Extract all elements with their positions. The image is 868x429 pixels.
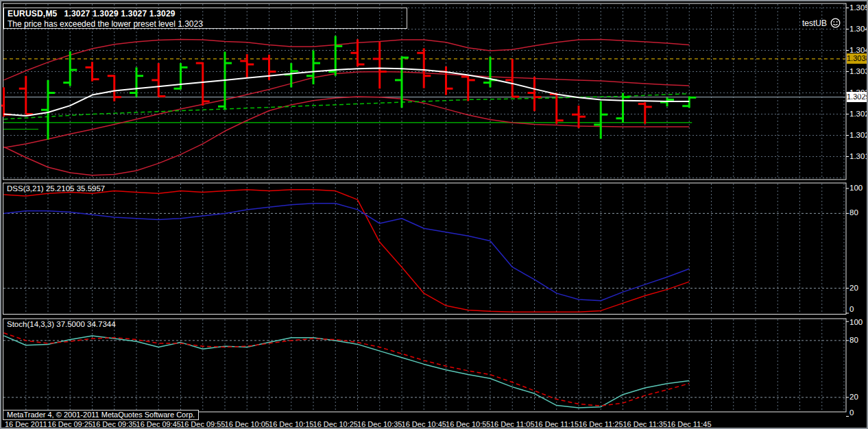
panel-frame (3, 183, 847, 315)
alert-message: The price has exceeded the lower preset … (8, 19, 407, 29)
band-upper (4, 39, 690, 80)
band-lower (4, 97, 690, 175)
dss-signal-red (4, 190, 690, 312)
ma-white (4, 69, 690, 117)
stoch-scale-label: 100 (849, 318, 863, 326)
chart-canvas[interactable] (1, 1, 867, 428)
time-axis-label: 16 Dec 11:45 (658, 420, 720, 428)
dss-scale-label: 0 (849, 305, 854, 313)
panel-frame (3, 319, 847, 412)
price-axis-label: 1.3015 (849, 152, 868, 160)
smiley-icon (830, 18, 841, 28)
dss-scale-label: 20 (849, 284, 858, 292)
dss-scale-label: 100 (849, 184, 863, 192)
ea-name: testUB (802, 19, 827, 28)
symbol-period: EURUSD,M5 (8, 9, 57, 19)
price-axis-label: 1.3025 (849, 110, 868, 118)
ohlc-bars[interactable] (1, 36, 696, 139)
price-axis-label: 1.3040 (849, 46, 868, 54)
stoch-main-teal (4, 336, 690, 408)
stoch-scale-label: 20 (849, 393, 858, 401)
ohlc-values: 1.3027 1.3029 1.3027 1.3029 (64, 9, 175, 19)
stoch-scale-label: 80 (849, 336, 858, 344)
price-axis-label: 1.3030 (849, 88, 868, 97)
stoch-signal-red (4, 333, 690, 406)
price-axis-label: 1.3035 (849, 67, 868, 75)
price-axis-label: 1.3050 (849, 3, 868, 12)
mt4-chart-window: EURUSD,M51.3027 1.3029 1.3027 1.3029 The… (0, 0, 868, 429)
band-middle (4, 72, 690, 148)
quote-alert-box: EURUSD,M51.3027 1.3029 1.3027 1.3029 The… (3, 8, 407, 29)
dss-indicator-label: DSS(3,21) 25.2105 35.5957 (7, 184, 105, 193)
ea-badge: testUB (802, 18, 841, 28)
price-axis-label: 1.3020 (849, 131, 868, 139)
dss-main-blue (4, 204, 690, 301)
stoch-indicator-label: Stoch(14,3,3) 37.5000 34.7344 (7, 320, 116, 328)
stoch-scale-label: 0 (849, 408, 854, 417)
panel-frame (3, 3, 847, 180)
dss-scale-label: 80 (849, 208, 858, 217)
symbol-ohlc-readout: EURUSD,M51.3027 1.3029 1.3027 1.3029 (8, 9, 407, 19)
alert-price-tag: 1.3038 (847, 53, 868, 64)
price-axis-label: 1.3045 (849, 25, 868, 33)
branding-badge: MetaTrader 4, © 2001-2011 MetaQuotes Sof… (3, 410, 199, 420)
